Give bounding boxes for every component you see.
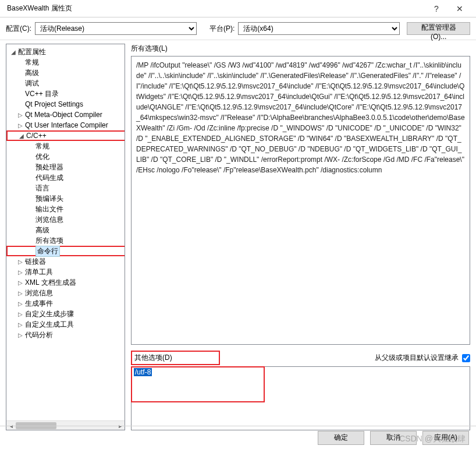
other-options-label: 其他选项(D) — [134, 353, 172, 362]
expand-icon[interactable]: ▷ — [17, 269, 24, 275]
tree-ccpp-codegen[interactable]: 代码生成 — [6, 172, 125, 183]
tree-custombuildtool[interactable]: ▷自定义生成工具 — [6, 319, 125, 330]
expand-icon[interactable]: ▷ — [17, 280, 24, 286]
expand-icon[interactable]: ▷ — [17, 332, 24, 338]
tree-browseinfo[interactable]: ▷浏览信息 — [6, 288, 125, 298]
tree-buildevents[interactable]: ▷生成事件 — [6, 298, 125, 309]
tree-vcdirs[interactable]: VC++ 目录 — [6, 89, 125, 99]
expand-icon[interactable]: ▷ — [17, 259, 24, 265]
titlebar: BaseXWealth 属性页 ? ✕ — [0, 0, 476, 17]
window-title: BaseXWealth 属性页 — [5, 3, 425, 13]
tree-root[interactable]: ◢配置属性 — [6, 47, 125, 57]
tree-custombuildstep[interactable]: ▷自定义生成步骤 — [6, 309, 125, 319]
inherit-checkbox[interactable] — [462, 354, 470, 362]
tree-general[interactable]: 常规 — [6, 57, 125, 68]
all-options-label: 所有选项(L) — [131, 44, 470, 54]
tree-ccpp-allopts[interactable]: 所有选项 — [6, 235, 125, 246]
tree-xmldoc[interactable]: ▷XML 文档生成器 — [6, 277, 125, 288]
inherit-label: 从父级或项目默认设置继承 — [375, 353, 459, 363]
tree-ccpp-output[interactable]: 输出文件 — [6, 204, 125, 214]
expand-icon[interactable]: ▷ — [17, 112, 24, 118]
tree-ccpp-adv[interactable]: 高级 — [6, 225, 125, 235]
all-options-text[interactable]: /MP /ifcOutput "release\" /GS /W3 /wd"41… — [131, 56, 470, 345]
config-select[interactable]: 活动(Release) — [35, 22, 197, 35]
tree-debug[interactable]: 调试 — [6, 78, 125, 89]
close-button[interactable]: ✕ — [448, 4, 471, 13]
config-label: 配置(C): — [6, 24, 31, 34]
toolbar: 配置(C): 活动(Release) 平台(P): 活动(x64) 配置管理器(… — [0, 17, 476, 40]
expand-icon[interactable]: ▷ — [17, 290, 24, 296]
tree-ccpp-cmdline[interactable]: 命令行 — [6, 246, 125, 256]
platform-label: 平台(P): — [209, 24, 235, 34]
expand-icon[interactable]: ▷ — [17, 321, 24, 328]
tree-advanced[interactable]: 高级 — [6, 68, 125, 78]
expand-icon[interactable]: ▷ — [17, 300, 24, 307]
footer: 确定 取消 应用(A) — [0, 426, 476, 449]
platform-select[interactable]: 活动(x64) — [238, 22, 400, 35]
tree-panel[interactable]: ◢配置属性 常规 高级 调试 VC++ 目录 Qt Project Settin… — [6, 44, 125, 430]
expand-icon[interactable]: ▷ — [17, 311, 24, 317]
tree-ccpp-lang[interactable]: 语言 — [6, 183, 125, 193]
tree-manifest[interactable]: ▷清单工具 — [6, 267, 125, 277]
expand-icon[interactable]: ▷ — [17, 122, 24, 129]
collapse-icon[interactable]: ◢ — [18, 133, 25, 139]
other-options-input[interactable]: /utf-8 — [131, 366, 470, 430]
help-button[interactable]: ? — [425, 4, 448, 13]
tree-ccpp[interactable]: ◢C/C++ — [6, 130, 125, 141]
tree-linker[interactable]: ▷链接器 — [6, 256, 125, 267]
tree-codeanalysis[interactable]: ▷代码分析 — [6, 330, 125, 340]
collapse-icon[interactable]: ◢ — [10, 49, 17, 55]
tree-ccpp-pch[interactable]: 预编译头 — [6, 193, 125, 204]
cancel-button[interactable]: 取消 — [370, 431, 417, 445]
apply-button[interactable]: 应用(A) — [422, 431, 469, 445]
tree-qt-uic[interactable]: ▷Qt User Interface Compiler — [6, 120, 125, 130]
tree-qt-project[interactable]: Qt Project Settings — [6, 99, 125, 109]
tree-ccpp-browse[interactable]: 浏览信息 — [6, 214, 125, 225]
tree-ccpp-general[interactable]: 常规 — [6, 141, 125, 151]
tree-ccpp-pre[interactable]: 预处理器 — [6, 162, 125, 172]
tree-ccpp-opt[interactable]: 优化 — [6, 151, 125, 162]
tree-qt-moc[interactable]: ▷Qt Meta-Object Compiler — [6, 109, 125, 120]
ok-button[interactable]: 确定 — [318, 431, 364, 445]
config-manager-button[interactable]: 配置管理器(O)... — [407, 22, 470, 35]
